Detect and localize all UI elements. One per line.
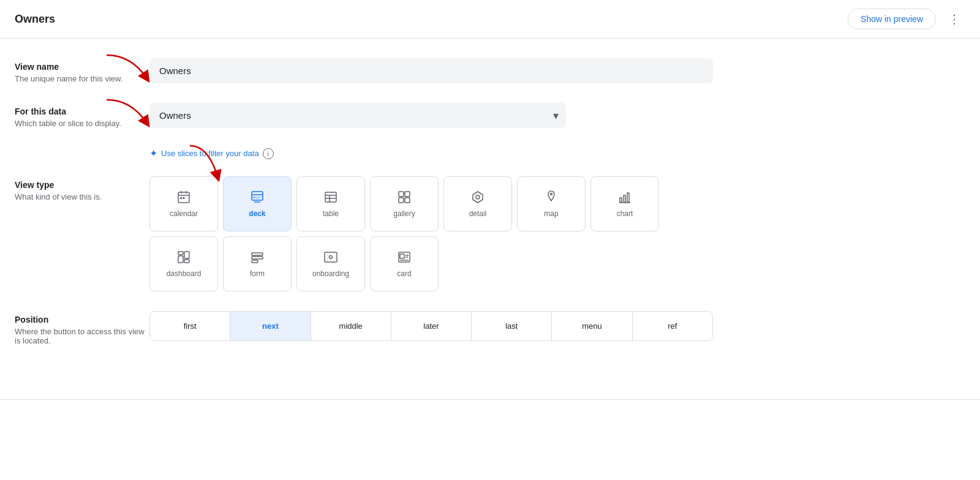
svg-rect-19: [405, 198, 410, 203]
position-label: Position: [15, 315, 149, 324]
view-type-calendar[interactable]: calendar: [149, 176, 218, 231]
form-icon: [250, 250, 265, 264]
card-icon: [397, 250, 412, 264]
svg-point-22: [551, 193, 552, 195]
svg-rect-24: [624, 195, 625, 202]
view-type-sublabel: What kind of view this is.: [15, 192, 149, 201]
use-slices-row: ✦ Use slices to filter your data i: [149, 148, 956, 159]
view-type-map[interactable]: map: [517, 176, 586, 231]
position-row: Position Where the button to access this…: [15, 311, 956, 345]
svg-rect-16: [399, 192, 404, 197]
svg-rect-30: [184, 260, 189, 263]
svg-point-21: [476, 195, 480, 199]
view-type-grid: calendar deck: [149, 176, 713, 291]
svg-rect-35: [327, 252, 328, 262]
svg-rect-33: [252, 260, 258, 263]
deck-icon: [250, 190, 265, 204]
svg-rect-25: [627, 193, 629, 202]
svg-rect-5: [183, 197, 185, 199]
view-type-detail-label: detail: [469, 209, 487, 218]
svg-rect-27: [178, 252, 183, 255]
view-type-deck-label: deck: [249, 209, 265, 218]
for-this-data-control: Owners ▾: [149, 103, 713, 128]
map-icon: [544, 190, 559, 204]
svg-rect-32: [252, 257, 263, 259]
position-later[interactable]: later: [391, 312, 472, 340]
for-this-data-label: For this data: [15, 107, 149, 116]
view-name-row: View name The unique name for this view.: [15, 58, 956, 83]
show-in-preview-button[interactable]: Show in preview: [848, 9, 936, 29]
svg-rect-34: [325, 252, 337, 262]
view-type-control: calendar deck: [149, 176, 713, 291]
svg-rect-10: [256, 198, 260, 198]
view-type-gallery-label: gallery: [393, 209, 415, 218]
view-type-form-label: form: [250, 269, 265, 278]
view-type-chart[interactable]: chart: [590, 176, 659, 231]
data-source-select[interactable]: Owners: [149, 103, 566, 128]
table-icon: [323, 190, 338, 204]
view-type-onboarding[interactable]: onboarding: [296, 236, 365, 291]
view-type-card-label: card: [397, 269, 411, 278]
svg-rect-23: [620, 198, 622, 202]
svg-rect-28: [178, 256, 183, 263]
view-type-dashboard[interactable]: dashboard: [149, 236, 218, 291]
for-this-data-sublabel: Which table or slice to display.: [15, 119, 149, 128]
bottom-divider: [0, 399, 980, 400]
svg-rect-29: [184, 252, 189, 258]
position-control: first next middle later last menu ref: [149, 311, 713, 341]
main-content: View name The unique name for this view.…: [0, 39, 956, 384]
position-sublabel: Where the button to access this view is …: [15, 327, 149, 345]
position-first[interactable]: first: [150, 312, 230, 340]
svg-rect-17: [405, 192, 410, 197]
position-grid: first next middle later last menu ref: [149, 311, 713, 341]
view-type-form[interactable]: form: [223, 236, 292, 291]
position-next[interactable]: next: [230, 312, 311, 340]
view-type-label-col: View type What kind of view this is.: [15, 176, 149, 201]
view-type-detail[interactable]: detail: [443, 176, 512, 231]
data-source-select-wrapper: Owners ▾: [149, 103, 566, 128]
use-slices-link[interactable]: Use slices to filter your data: [161, 149, 259, 158]
page-title: Owners: [15, 13, 55, 26]
view-name-input[interactable]: [149, 58, 713, 83]
view-type-table-label: table: [323, 209, 339, 218]
position-middle[interactable]: middle: [311, 312, 391, 340]
dashboard-icon: [176, 250, 191, 264]
detail-icon: [470, 190, 485, 204]
for-this-data-row: For this data Which table or slice to di…: [15, 103, 956, 128]
position-label-col: Position Where the button to access this…: [15, 311, 149, 345]
view-name-sublabel: The unique name for this view.: [15, 74, 149, 83]
view-type-row: View type What kind of view this is.: [15, 176, 956, 291]
svg-rect-8: [253, 197, 255, 198]
view-type-table[interactable]: table: [296, 176, 365, 231]
more-menu-icon[interactable]: ⋮: [943, 9, 965, 29]
view-type-dashboard-label: dashboard: [167, 269, 202, 278]
position-last[interactable]: last: [472, 312, 552, 340]
svg-rect-12: [325, 192, 336, 202]
calendar-icon: [176, 190, 191, 204]
position-ref[interactable]: ref: [633, 312, 712, 340]
svg-point-37: [330, 256, 333, 259]
svg-rect-31: [252, 253, 263, 255]
view-type-chart-label: chart: [617, 209, 633, 218]
svg-rect-36: [334, 252, 334, 262]
view-name-label: View name: [15, 62, 149, 72]
view-type-deck[interactable]: deck: [223, 176, 292, 231]
view-type-onboarding-label: onboarding: [312, 269, 349, 278]
for-this-data-label-col: For this data Which table or slice to di…: [15, 103, 149, 128]
view-type-gallery[interactable]: gallery: [370, 176, 439, 231]
gallery-icon: [397, 190, 412, 204]
view-name-control: [149, 58, 713, 83]
header-actions: Show in preview ⋮: [848, 9, 965, 29]
chart-icon: [617, 190, 632, 204]
info-icon[interactable]: i: [263, 148, 274, 159]
page-header: Owners Show in preview ⋮: [0, 0, 980, 39]
position-menu[interactable]: menu: [552, 312, 632, 340]
svg-rect-4: [180, 197, 182, 199]
sparkle-icon: ✦: [149, 148, 157, 159]
onboarding-icon: [323, 250, 338, 264]
view-type-calendar-label: calendar: [170, 209, 198, 218]
view-type-card[interactable]: card: [370, 236, 439, 291]
view-type-label: View type: [15, 180, 149, 190]
view-name-label-col: View name The unique name for this view.: [15, 58, 149, 83]
svg-rect-9: [256, 197, 262, 197]
